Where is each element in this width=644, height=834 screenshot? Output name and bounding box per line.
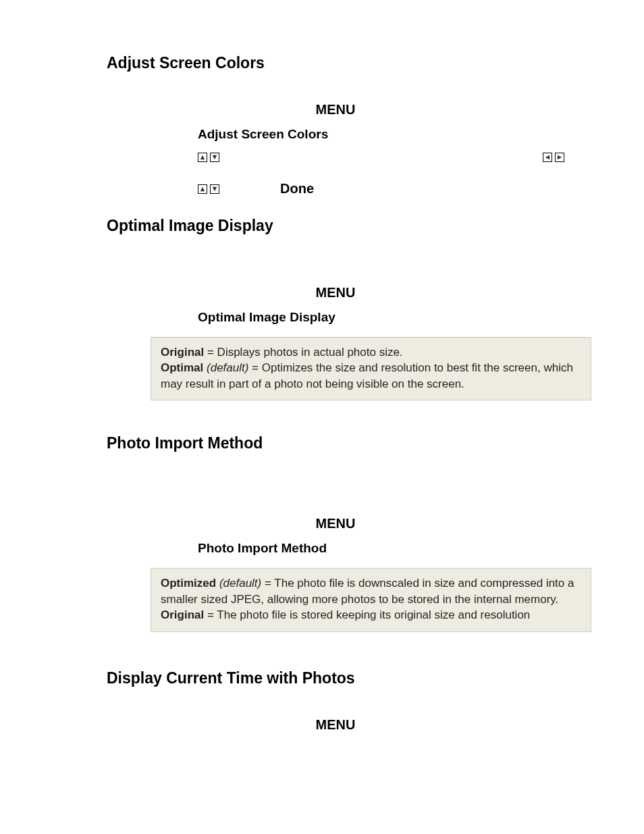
section-heading-time: Display Current Time with Photos: [107, 669, 564, 687]
svg-marker-0: [200, 155, 205, 159]
adjust-block: Adjust Screen Colors Done: [198, 127, 564, 197]
menu-label-adjust: MENU: [107, 102, 564, 118]
note-term-optimal: Optimal: [161, 361, 203, 374]
note-default-optimal: (default): [203, 361, 248, 374]
svg-marker-2: [545, 155, 549, 159]
sub-heading-import: Photo Import Method: [198, 541, 564, 556]
note-term-original2: Original: [161, 608, 204, 621]
note-default-optimized: (default): [216, 577, 261, 590]
done-label[interactable]: Done: [280, 181, 314, 197]
arrow-up-icon[interactable]: [198, 184, 207, 194]
svg-marker-3: [558, 155, 562, 159]
section-heading-import: Photo Import Method: [107, 434, 564, 452]
svg-marker-5: [213, 186, 217, 190]
section-heading-optimal: Optimal Image Display: [107, 217, 564, 235]
optimal-block: Optimal Image Display: [198, 310, 564, 325]
import-block: Photo Import Method: [198, 541, 564, 556]
sub-heading-adjust: Adjust Screen Colors: [198, 127, 564, 142]
note-term-optimized: Optimized: [161, 577, 216, 590]
arrow-down-icon[interactable]: [210, 153, 219, 162]
arrow-right-icon[interactable]: [555, 153, 564, 162]
sub-heading-optimal: Optimal Image Display: [198, 310, 564, 325]
adjust-done-row: Done: [198, 181, 564, 197]
note-box-optimal: Original = Displays photos in actual pho…: [151, 337, 591, 400]
svg-marker-1: [213, 155, 217, 159]
note-text-original: = Displays photos in actual photo size.: [204, 346, 402, 359]
menu-label-import: MENU: [107, 516, 564, 531]
section-heading-adjust: Adjust Screen Colors: [107, 54, 564, 72]
adjust-arrow-row-1: [198, 153, 564, 162]
note-term-original: Original: [161, 346, 204, 359]
arrow-left-icon[interactable]: [543, 153, 552, 162]
arrow-up-icon[interactable]: [198, 153, 207, 162]
menu-label-time: MENU: [107, 717, 564, 733]
menu-label-optimal: MENU: [107, 285, 564, 301]
arrow-down-icon[interactable]: [210, 184, 219, 194]
svg-marker-4: [200, 186, 205, 190]
note-box-import: Optimized (default) = The photo file is …: [151, 568, 591, 631]
note-text-original2: = The photo file is stored keeping its o…: [204, 608, 530, 621]
